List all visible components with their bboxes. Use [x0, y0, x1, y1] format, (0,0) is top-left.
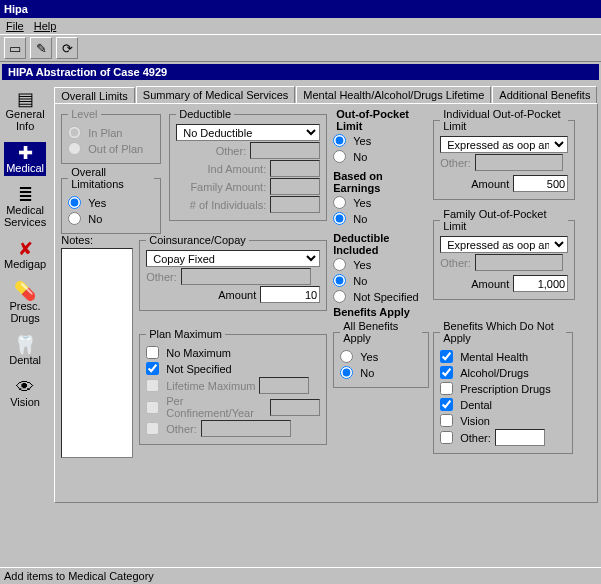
group-coinsurance: Coinsurance/Copay Copay Fixed Other: Amo…	[139, 234, 327, 311]
label-alcohol: Alcohol/Drugs	[460, 367, 528, 379]
label-other: Other:	[216, 145, 247, 157]
legend-deductible: Deductible	[176, 108, 234, 120]
label-famoop-amount: Amount	[471, 278, 509, 290]
label-in-plan: In Plan	[88, 127, 122, 139]
tab-overall-limits[interactable]: Overall Limits	[54, 87, 135, 104]
check-peryr	[146, 401, 159, 414]
label-rx: Prescription Drugs	[460, 383, 550, 395]
notes-textarea[interactable]	[61, 248, 133, 458]
legend-level: Level	[68, 108, 100, 120]
sidebar-label: Vision	[10, 396, 40, 408]
menu-file[interactable]: File	[6, 20, 24, 32]
radio-deduct-yes[interactable]	[333, 258, 346, 271]
radio-oop-no[interactable]	[333, 150, 346, 163]
label-oop-no: No	[353, 151, 367, 163]
group-all-benefits: All Benefits Apply Yes No	[333, 320, 429, 388]
sidebar-item-medservices[interactable]: ≣ Medical Services	[2, 184, 48, 230]
legend-notapply: Benefits Which Do Not Apply	[440, 320, 566, 344]
label-famoop-other: Other:	[440, 257, 471, 269]
label-oop-yes: Yes	[353, 135, 371, 147]
sidebar-item-medical[interactable]: ✚ Medical	[4, 142, 46, 176]
select-ind-oop[interactable]: Expressed as oop amount (incl.)	[440, 136, 568, 153]
check-notspec[interactable]	[146, 362, 159, 375]
legend-planmax: Plan Maximum	[146, 328, 225, 340]
legend-earnings: Based on Earnings	[333, 170, 429, 194]
select-deductible[interactable]: No Deductible	[176, 124, 320, 141]
label-no: No	[88, 213, 102, 225]
radio-deduct-notspec[interactable]	[333, 290, 346, 303]
input-numind	[270, 196, 320, 213]
toolbar-btn-1[interactable]: ▭	[4, 37, 26, 59]
label-coins-amount: Amount	[218, 289, 256, 301]
check-alcohol[interactable]	[440, 366, 453, 379]
check-benefit-other[interactable]	[440, 431, 453, 444]
label-out-plan: Out of Plan	[88, 143, 143, 155]
toolbar-btn-2[interactable]: ✎	[30, 37, 52, 59]
tab-additional[interactable]: Additional Benefits	[492, 86, 597, 103]
radio-allbenefits-no[interactable]	[340, 366, 353, 379]
group-ind-oop: Individual Out-of-Pocket Limit Expressed…	[433, 108, 575, 200]
sidebar-item-vision[interactable]: 👁 Vision	[8, 376, 42, 410]
window-titlebar: Hipa	[0, 0, 601, 18]
list-icon: ≣	[18, 186, 33, 204]
toolbar-btn-3[interactable]: ⟳	[56, 37, 78, 59]
label-notspec: Not Specified	[166, 363, 231, 375]
legend-deduct-incl: Deductible Included	[333, 232, 429, 256]
radio-in-plan	[68, 126, 81, 139]
input-lifetime	[259, 377, 309, 394]
label-deduct-no: No	[353, 275, 367, 287]
select-coins[interactable]: Copay Fixed	[146, 250, 320, 267]
radio-overall-yes[interactable]	[68, 196, 81, 209]
menubar: File Help	[0, 18, 601, 34]
legend-fam-oop: Family Out-of-Pocket Limit	[440, 208, 568, 232]
check-mental[interactable]	[440, 350, 453, 363]
check-rx[interactable]	[440, 382, 453, 395]
sidebar-label: Medical Services	[4, 204, 46, 228]
menu-help[interactable]: Help	[34, 20, 57, 32]
sidebar-item-drugs[interactable]: 💊 Presc. Drugs	[2, 280, 48, 326]
pill-icon: 💊	[14, 282, 36, 300]
group-fam-oop: Family Out-of-Pocket Limit Expressed as …	[433, 208, 575, 300]
label-allb-no: No	[360, 367, 374, 379]
radio-allbenefits-yes[interactable]	[340, 350, 353, 363]
label-notes: Notes:	[61, 234, 93, 246]
label-yes: Yes	[88, 197, 106, 209]
input-coins-amount[interactable]	[260, 286, 320, 303]
check-planmax-other	[146, 422, 159, 435]
page-icon: ▤	[17, 90, 34, 108]
input-family-amount	[270, 178, 320, 195]
sidebar-item-general[interactable]: ▤ General Info	[2, 88, 48, 134]
tab-summary[interactable]: Summary of Medical Services	[136, 86, 296, 103]
label-indoop-amount: Amount	[471, 178, 509, 190]
label-family: Family Amount:	[190, 181, 266, 193]
radio-deduct-no[interactable]	[333, 274, 346, 287]
sidebar-item-dental[interactable]: 🦷 Dental	[7, 334, 43, 368]
sidebar-label: Presc. Drugs	[4, 300, 46, 324]
input-benefit-other[interactable]	[495, 429, 545, 446]
legend-benefits-apply: Benefits Apply	[333, 306, 410, 318]
check-vision[interactable]	[440, 414, 453, 427]
input-deductible-other	[250, 142, 320, 159]
sidebar-label: Medigap	[4, 258, 46, 270]
group-level: Level In Plan Out of Plan	[61, 108, 161, 164]
select-fam-oop[interactable]: Expressed as oop amount (incl.)	[440, 236, 568, 253]
label-earn-no: No	[353, 213, 367, 225]
tabbar: Overall Limits Summary of Medical Servic…	[54, 86, 598, 103]
radio-overall-no[interactable]	[68, 212, 81, 225]
check-dental[interactable]	[440, 398, 453, 411]
label-deduct-yes: Yes	[353, 259, 371, 271]
label-earn-yes: Yes	[353, 197, 371, 209]
input-indoop-amount[interactable]	[513, 175, 568, 192]
group-benefits-notapply: Benefits Which Do Not Apply Mental Healt…	[433, 320, 573, 454]
input-famoop-amount[interactable]	[513, 275, 568, 292]
group-planmax: Plan Maximum No Maximum Not Specified Li…	[139, 328, 327, 445]
tab-mental[interactable]: Mental Health/Alcohol/Drugs Lifetime	[296, 86, 491, 103]
check-nomax[interactable]	[146, 346, 159, 359]
radio-earn-yes[interactable]	[333, 196, 346, 209]
sidebar: ▤ General Info ✚ Medical ≣ Medical Servi…	[0, 82, 50, 507]
input-planmax-other	[201, 420, 291, 437]
group-overall-limitations: Overall Limitations Yes No	[61, 166, 161, 234]
radio-earn-no[interactable]	[333, 212, 346, 225]
radio-oop-yes[interactable]	[333, 134, 346, 147]
sidebar-item-medigap[interactable]: ✘ Medigap	[2, 238, 48, 272]
